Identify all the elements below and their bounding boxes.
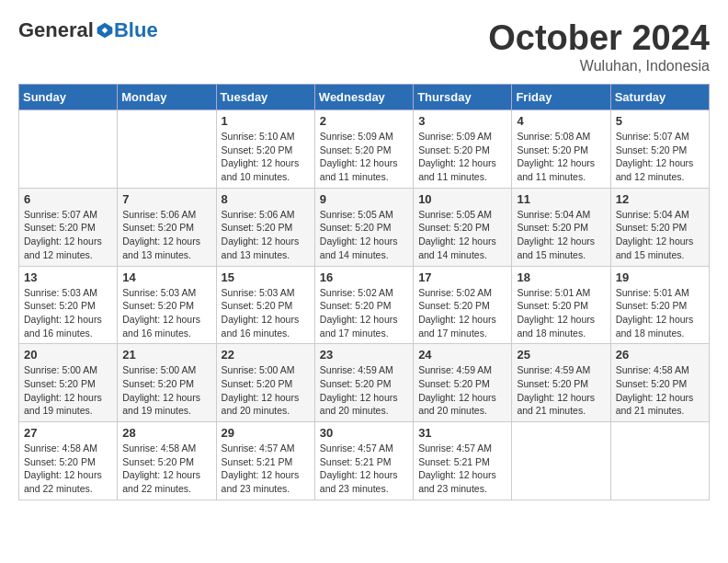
day-number: 24: [418, 348, 506, 362]
day-info: Sunrise: 5:01 AM Sunset: 5:20 PM Dayligh…: [517, 286, 605, 340]
day-info: Sunrise: 5:04 AM Sunset: 5:20 PM Dayligh…: [517, 208, 605, 262]
day-number: 19: [616, 270, 704, 284]
col-header-wednesday: Wednesday: [314, 85, 413, 110]
day-info: Sunrise: 5:04 AM Sunset: 5:20 PM Dayligh…: [616, 208, 704, 262]
page-header: General Blue October 2024 Wuluhan, Indon…: [18, 18, 710, 75]
col-header-thursday: Thursday: [414, 85, 512, 110]
day-info: Sunrise: 5:07 AM Sunset: 5:20 PM Dayligh…: [24, 208, 112, 262]
col-header-tuesday: Tuesday: [216, 85, 314, 110]
day-number: 14: [122, 270, 210, 284]
day-number: 28: [122, 426, 210, 440]
day-number: 8: [222, 192, 310, 206]
calendar-cell: 30Sunrise: 4:57 AM Sunset: 5:21 PM Dayli…: [314, 422, 413, 500]
calendar-cell: 24Sunrise: 4:59 AM Sunset: 5:20 PM Dayli…: [414, 344, 512, 422]
day-number: 13: [24, 270, 112, 284]
calendar-cell: [118, 110, 216, 189]
day-info: Sunrise: 5:00 AM Sunset: 5:20 PM Dayligh…: [222, 363, 310, 418]
day-number: 2: [320, 114, 408, 128]
day-info: Sunrise: 5:03 AM Sunset: 5:20 PM Dayligh…: [222, 286, 310, 340]
day-info: Sunrise: 5:05 AM Sunset: 5:20 PM Dayligh…: [320, 208, 408, 262]
day-info: Sunrise: 5:10 AM Sunset: 5:20 PM Dayligh…: [222, 130, 310, 184]
title-block: October 2024 Wuluhan, Indonesia: [488, 18, 710, 75]
day-number: 18: [517, 270, 605, 284]
calendar-cell: 12Sunrise: 5:04 AM Sunset: 5:20 PM Dayli…: [610, 188, 709, 266]
day-info: Sunrise: 5:00 AM Sunset: 5:20 PM Dayligh…: [24, 363, 112, 418]
calendar-cell: 6Sunrise: 5:07 AM Sunset: 5:20 PM Daylig…: [19, 188, 118, 266]
calendar-cell: 25Sunrise: 4:59 AM Sunset: 5:20 PM Dayli…: [512, 344, 610, 422]
calendar-cell: 22Sunrise: 5:00 AM Sunset: 5:20 PM Dayli…: [216, 344, 314, 422]
day-number: 26: [616, 348, 704, 362]
day-number: 21: [122, 348, 210, 362]
day-info: Sunrise: 4:58 AM Sunset: 5:20 PM Dayligh…: [122, 442, 210, 496]
day-number: 20: [24, 348, 112, 362]
calendar-cell: 13Sunrise: 5:03 AM Sunset: 5:20 PM Dayli…: [19, 266, 118, 344]
calendar-cell: 23Sunrise: 4:59 AM Sunset: 5:20 PM Dayli…: [314, 344, 413, 422]
calendar-cell: 31Sunrise: 4:57 AM Sunset: 5:21 PM Dayli…: [414, 422, 512, 500]
calendar-cell: 7Sunrise: 5:06 AM Sunset: 5:20 PM Daylig…: [118, 188, 216, 266]
month-title: October 2024: [488, 18, 710, 58]
col-header-monday: Monday: [118, 85, 216, 110]
calendar-cell: 16Sunrise: 5:02 AM Sunset: 5:20 PM Dayli…: [314, 266, 413, 344]
day-info: Sunrise: 5:06 AM Sunset: 5:20 PM Dayligh…: [222, 208, 310, 262]
day-number: 12: [616, 192, 704, 206]
calendar-cell: 2Sunrise: 5:09 AM Sunset: 5:20 PM Daylig…: [314, 110, 413, 189]
day-number: 5: [616, 114, 704, 128]
day-number: 15: [222, 270, 310, 284]
calendar-cell: 1Sunrise: 5:10 AM Sunset: 5:20 PM Daylig…: [216, 110, 314, 189]
calendar-cell: 10Sunrise: 5:05 AM Sunset: 5:20 PM Dayli…: [414, 188, 512, 266]
calendar-cell: 4Sunrise: 5:08 AM Sunset: 5:20 PM Daylig…: [512, 110, 610, 189]
day-number: 1: [222, 114, 310, 128]
logo-blue-text: Blue: [114, 18, 158, 42]
logo-general: General: [18, 18, 94, 42]
day-info: Sunrise: 4:59 AM Sunset: 5:20 PM Dayligh…: [320, 363, 408, 418]
day-number: 25: [517, 348, 605, 362]
calendar-cell: 5Sunrise: 5:07 AM Sunset: 5:20 PM Daylig…: [610, 110, 709, 189]
day-info: Sunrise: 5:06 AM Sunset: 5:20 PM Dayligh…: [122, 208, 210, 262]
day-number: 16: [320, 270, 408, 284]
logo-icon: [96, 21, 114, 40]
day-info: Sunrise: 4:59 AM Sunset: 5:20 PM Dayligh…: [517, 363, 605, 418]
calendar-cell: 3Sunrise: 5:09 AM Sunset: 5:20 PM Daylig…: [414, 110, 512, 189]
calendar-week-4: 20Sunrise: 5:00 AM Sunset: 5:20 PM Dayli…: [19, 344, 710, 422]
calendar-cell: 18Sunrise: 5:01 AM Sunset: 5:20 PM Dayli…: [512, 266, 610, 344]
calendar-cell: [512, 422, 610, 500]
calendar-cell: 19Sunrise: 5:01 AM Sunset: 5:20 PM Dayli…: [610, 266, 709, 344]
calendar-cell: 8Sunrise: 5:06 AM Sunset: 5:20 PM Daylig…: [216, 188, 314, 266]
day-info: Sunrise: 5:03 AM Sunset: 5:20 PM Dayligh…: [24, 286, 112, 340]
day-info: Sunrise: 5:09 AM Sunset: 5:20 PM Dayligh…: [418, 130, 506, 184]
calendar-table: SundayMondayTuesdayWednesdayThursdayFrid…: [18, 84, 710, 500]
calendar-cell: 21Sunrise: 5:00 AM Sunset: 5:20 PM Dayli…: [118, 344, 216, 422]
day-number: 6: [24, 192, 112, 206]
calendar-cell: [19, 110, 118, 189]
calendar-cell: 14Sunrise: 5:03 AM Sunset: 5:20 PM Dayli…: [118, 266, 216, 344]
day-info: Sunrise: 4:57 AM Sunset: 5:21 PM Dayligh…: [320, 442, 408, 496]
day-info: Sunrise: 4:59 AM Sunset: 5:20 PM Dayligh…: [418, 363, 506, 418]
day-info: Sunrise: 5:00 AM Sunset: 5:20 PM Dayligh…: [122, 363, 210, 418]
calendar-cell: 29Sunrise: 4:57 AM Sunset: 5:21 PM Dayli…: [216, 422, 314, 500]
calendar-week-1: 1Sunrise: 5:10 AM Sunset: 5:20 PM Daylig…: [19, 110, 710, 189]
logo: General Blue: [18, 18, 158, 42]
location: Wuluhan, Indonesia: [488, 58, 710, 75]
day-number: 31: [418, 426, 506, 440]
day-number: 7: [122, 192, 210, 206]
calendar-cell: 27Sunrise: 4:58 AM Sunset: 5:20 PM Dayli…: [19, 422, 118, 500]
day-info: Sunrise: 5:09 AM Sunset: 5:20 PM Dayligh…: [320, 130, 408, 184]
day-number: 10: [418, 192, 506, 206]
day-info: Sunrise: 5:01 AM Sunset: 5:20 PM Dayligh…: [616, 286, 704, 340]
calendar-week-5: 27Sunrise: 4:58 AM Sunset: 5:20 PM Dayli…: [19, 422, 710, 500]
calendar-cell: 11Sunrise: 5:04 AM Sunset: 5:20 PM Dayli…: [512, 188, 610, 266]
day-number: 23: [320, 348, 408, 362]
day-number: 27: [24, 426, 112, 440]
day-number: 9: [320, 192, 408, 206]
col-header-friday: Friday: [512, 85, 610, 110]
calendar-week-3: 13Sunrise: 5:03 AM Sunset: 5:20 PM Dayli…: [19, 266, 710, 344]
day-number: 17: [418, 270, 506, 284]
day-info: Sunrise: 4:57 AM Sunset: 5:21 PM Dayligh…: [222, 442, 310, 496]
day-number: 22: [222, 348, 310, 362]
calendar-week-2: 6Sunrise: 5:07 AM Sunset: 5:20 PM Daylig…: [19, 188, 710, 266]
day-number: 4: [517, 114, 605, 128]
calendar-cell: 17Sunrise: 5:02 AM Sunset: 5:20 PM Dayli…: [414, 266, 512, 344]
calendar-cell: 26Sunrise: 4:58 AM Sunset: 5:20 PM Dayli…: [610, 344, 709, 422]
day-info: Sunrise: 5:02 AM Sunset: 5:20 PM Dayligh…: [320, 286, 408, 340]
col-header-saturday: Saturday: [610, 85, 709, 110]
